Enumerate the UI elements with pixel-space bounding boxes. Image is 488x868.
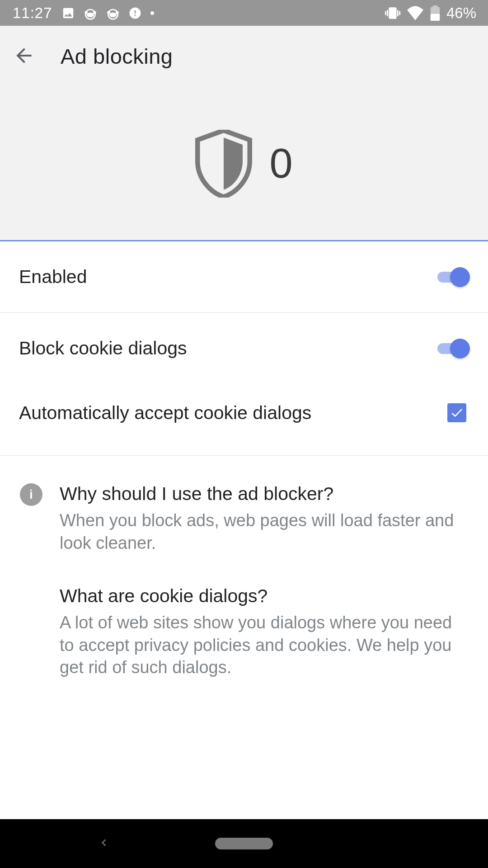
photo-icon (61, 6, 75, 20)
status-icons-left (61, 6, 155, 20)
page-title: Ad blocking (61, 44, 173, 69)
status-bar: 11:27 46% (0, 0, 488, 26)
svg-rect-9 (431, 14, 440, 20)
info-icon: i (20, 483, 42, 506)
error-icon (128, 6, 142, 20)
reddit-icon (83, 6, 98, 20)
block-cookie-switch[interactable] (437, 337, 470, 360)
nav-bar (0, 819, 488, 868)
nav-home-pill[interactable] (215, 838, 273, 849)
status-bar-right: 46% (385, 5, 476, 22)
shield-icon (195, 130, 252, 198)
svg-point-3 (93, 11, 96, 14)
wifi-icon (407, 6, 424, 20)
setting-label: Enabled (19, 266, 87, 288)
svg-point-6 (107, 11, 110, 14)
info-body: When you block ads, web pages will load … (60, 509, 470, 554)
info-item-cookie-dialogs: What are cookie dialogs? A lot of web si… (20, 584, 470, 679)
back-button[interactable] (13, 44, 35, 69)
svg-point-8 (150, 11, 154, 15)
battery-percent: 46% (446, 5, 476, 22)
info-body: A lot of web sites show you dialogs wher… (60, 612, 470, 679)
svg-point-7 (116, 11, 119, 14)
app-bar: Ad blocking (0, 26, 488, 87)
reddit-icon (106, 6, 120, 20)
setting-block-cookie[interactable]: Block cookie dialogs (0, 313, 488, 384)
battery-icon (430, 5, 440, 21)
status-time: 11:27 (13, 5, 52, 22)
header-area: Ad blocking 0 (0, 26, 488, 241)
setting-label: Automatically accept cookie dialogs (19, 402, 311, 424)
settings-group-cookie: Block cookie dialogs Automatically accep… (0, 313, 488, 456)
check-icon (450, 406, 464, 420)
blocked-count: 0 (269, 140, 292, 187)
auto-accept-checkbox[interactable] (447, 403, 466, 422)
setting-auto-accept[interactable]: Automatically accept cookie dialogs (0, 384, 488, 442)
info-heading: Why should I use the ad blocker? (60, 482, 470, 506)
hero: 0 (0, 87, 488, 240)
svg-point-5 (109, 12, 117, 17)
setting-label: Block cookie dialogs (19, 338, 187, 359)
info-section: i Why should I use the ad blocker? When … (0, 456, 488, 679)
status-bar-left: 11:27 (13, 5, 155, 22)
enabled-switch[interactable] (437, 266, 470, 288)
nav-back-button[interactable] (97, 836, 111, 851)
chevron-left-icon (97, 836, 111, 849)
vibrate-icon (385, 5, 400, 21)
dot-icon (150, 11, 155, 15)
info-item-ad-blocker: i Why should I use the ad blocker? When … (20, 482, 470, 554)
settings-group-enabled: Enabled (0, 241, 488, 313)
svg-point-1 (87, 12, 94, 17)
info-heading: What are cookie dialogs? (60, 584, 470, 608)
svg-point-2 (84, 11, 88, 14)
arrow-back-icon (13, 44, 35, 67)
setting-enabled[interactable]: Enabled (0, 241, 488, 312)
